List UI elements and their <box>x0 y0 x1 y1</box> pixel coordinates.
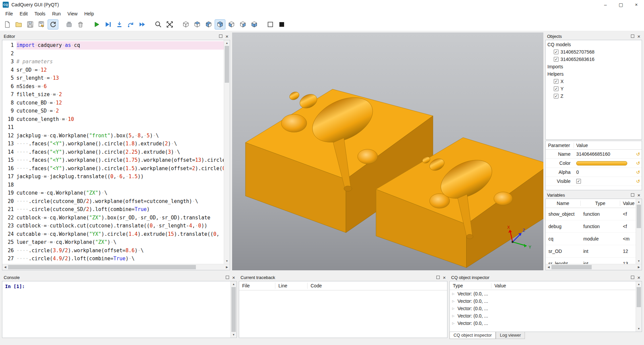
scroll-down-icon[interactable]: ▼ <box>636 326 642 332</box>
save-button[interactable] <box>25 19 36 29</box>
view-back-button[interactable] <box>237 19 248 29</box>
column-header[interactable]: Type <box>581 201 620 206</box>
scroll-thumb[interactable] <box>225 46 229 83</box>
variable-row[interactable]: debugfunction<f <box>546 220 636 233</box>
column-header[interactable]: Type <box>450 283 491 288</box>
color-swatch[interactable] <box>576 161 627 165</box>
menu-item-tools[interactable]: Tools <box>31 10 49 17</box>
code-line[interactable]: 26····.circle(3.9/2).workplane(offset=8.… <box>2 247 224 255</box>
reset-icon[interactable]: ↺ <box>634 179 642 184</box>
code-line[interactable]: 23cutblock·=·cutblock.cut(cutcone).trans… <box>2 222 224 230</box>
inspector-row[interactable]: ▷Vector: (0.0, ... <box>450 312 636 320</box>
param-row[interactable]: Name3140646685160↺ <box>546 150 642 159</box>
checkbox[interactable]: ✓ <box>554 57 558 62</box>
menu-item-edit[interactable]: Edit <box>16 10 31 17</box>
code-line[interactable]: 3# parameters <box>2 58 224 66</box>
variable-row[interactable]: sr_ODint12 <box>546 245 636 258</box>
console-vscrollbar[interactable]: ▲ ▼ <box>230 281 236 338</box>
scroll-up-icon[interactable]: ▲ <box>636 199 642 205</box>
objects-tree[interactable]: CQ models✓3140652707568✓3140652683616Imp… <box>545 40 642 140</box>
variable-row[interactable]: cqmodule<m <box>546 233 636 245</box>
scroll-left-icon[interactable]: ◀ <box>546 264 551 270</box>
column-header[interactable]: Value <box>491 283 636 288</box>
step-next-button[interactable] <box>125 19 136 29</box>
code-line[interactable]: 6nSides·=·6 <box>2 82 224 91</box>
column-header[interactable]: Line <box>275 283 308 289</box>
scroll-thumb[interactable] <box>637 205 641 228</box>
save-as-button[interactable] <box>36 19 47 29</box>
shaded-button[interactable] <box>276 19 287 29</box>
console-panel-titlebar[interactable]: Console × <box>2 274 237 281</box>
column-header[interactable]: Code <box>308 283 447 289</box>
code-line[interactable]: 27····.circle(4.9/2).loft(combine=True)·… <box>2 255 224 263</box>
code-line[interactable]: 1import·cadquery·as·cq <box>2 41 224 50</box>
delete-button[interactable] <box>75 19 86 29</box>
tree-item-3140652683616[interactable]: ✓3140652683616 <box>546 56 642 63</box>
new-file-button[interactable] <box>2 19 13 29</box>
scroll-up-icon[interactable]: ▲ <box>636 281 642 287</box>
variables-vscrollbar[interactable]: ▲ ▼ <box>636 199 642 264</box>
objects-panel-titlebar[interactable]: Objects × <box>545 32 642 40</box>
view-front-button[interactable] <box>226 19 237 29</box>
close-button[interactable]: × <box>629 0 644 9</box>
scroll-down-icon[interactable]: ▼ <box>636 258 642 264</box>
code-line[interactable]: 5sr_lenght·=·13 <box>2 74 224 82</box>
close-panel-icon[interactable]: × <box>637 275 640 280</box>
scroll-thumb[interactable] <box>8 265 196 269</box>
code-line[interactable]: 9cutcone_SD·=·2 <box>2 107 224 115</box>
column-header[interactable]: File <box>239 283 275 289</box>
tree-item-cq-models[interactable]: CQ models <box>546 41 642 48</box>
float-panel-icon[interactable] <box>436 276 440 279</box>
column-header[interactable]: Parameter <box>546 143 574 148</box>
param-value[interactable]: 0 <box>574 169 634 175</box>
view-right-button[interactable] <box>215 19 225 29</box>
variable-row[interactable]: sr_lenghtint13 <box>546 258 636 264</box>
fit-view-button[interactable] <box>164 19 175 29</box>
code-line[interactable]: 8cutcone_BD·=·12 <box>2 99 224 107</box>
code-line[interactable]: 2 <box>2 50 224 58</box>
code-line[interactable]: 15····.faces("<Y").workplane().circle(1.… <box>2 156 224 164</box>
inspector-row[interactable]: ▷Vector: (0.0, ... <box>450 290 636 297</box>
tree-item-x[interactable]: ✓X <box>546 78 642 85</box>
view-bottom-button[interactable] <box>249 19 260 29</box>
code-line[interactable]: 21····.circle(cutcone_SD/2).loft(combine… <box>2 205 224 214</box>
param-row[interactable]: Visible✓↺ <box>546 177 642 186</box>
tree-item-3140652707568[interactable]: ✓3140652707568 <box>546 48 642 56</box>
view-top-button[interactable] <box>192 19 203 29</box>
continue-button[interactable] <box>137 19 148 29</box>
scroll-right-icon[interactable]: ▶ <box>636 264 642 270</box>
code-line[interactable]: 16····.faces("<Y").workplane().circle(1.… <box>2 164 224 173</box>
scroll-thumb[interactable] <box>231 287 236 332</box>
scroll-right-icon[interactable]: ▶ <box>224 264 230 270</box>
inspector-panel-titlebar[interactable]: CQ object inspector × <box>449 274 642 281</box>
wireframe-button[interactable] <box>265 19 276 29</box>
reset-icon[interactable]: ↺ <box>634 151 642 157</box>
float-panel-icon[interactable] <box>631 34 634 38</box>
viewport-3d[interactable]: X Z Y <box>232 32 543 270</box>
close-panel-icon[interactable]: × <box>443 275 446 280</box>
expander-icon[interactable]: ▷ <box>452 299 457 303</box>
clean-button[interactable] <box>64 19 74 29</box>
minimize-button[interactable]: – <box>598 0 613 9</box>
expander-icon[interactable]: ▷ <box>452 307 457 310</box>
debug-button[interactable] <box>103 19 113 29</box>
param-row[interactable]: Alpha0↺ <box>546 168 642 177</box>
tab-cq-object-inspector[interactable]: CQ object inspector <box>449 332 496 339</box>
code-line[interactable]: 25luer_taper·=·cq.Workplane("ZX")·\ <box>2 238 224 247</box>
checkbox[interactable]: ✓ <box>554 94 558 98</box>
code-line[interactable]: 19cutcone·=·cq.Workplane("ZX")·\ <box>2 189 224 197</box>
code-line[interactable]: 22cutblock·=·cq.Workplane("ZX").box(sr_O… <box>2 214 224 222</box>
zoom-button[interactable] <box>153 19 164 29</box>
menu-item-help[interactable]: Help <box>81 10 97 17</box>
float-panel-icon[interactable] <box>631 193 634 197</box>
editor-vscrollbar[interactable]: ▲ ▼ <box>224 40 230 264</box>
expander-icon[interactable]: ▷ <box>452 314 457 318</box>
scroll-down-icon[interactable]: ▼ <box>231 332 236 338</box>
autoreload-button[interactable] <box>48 19 58 29</box>
checkbox[interactable]: ✓ <box>554 50 558 54</box>
code-line[interactable]: 13····.faces("<Y").workplane().circle(1.… <box>2 140 224 148</box>
code-line[interactable]: 4sr_OD·=·12 <box>2 66 224 74</box>
code-line[interactable]: 24cutcable·=·cq.Workplane("YX").circle(1… <box>2 230 224 238</box>
code-line[interactable]: 11 <box>2 123 224 132</box>
menu-item-run[interactable]: Run <box>49 10 64 17</box>
